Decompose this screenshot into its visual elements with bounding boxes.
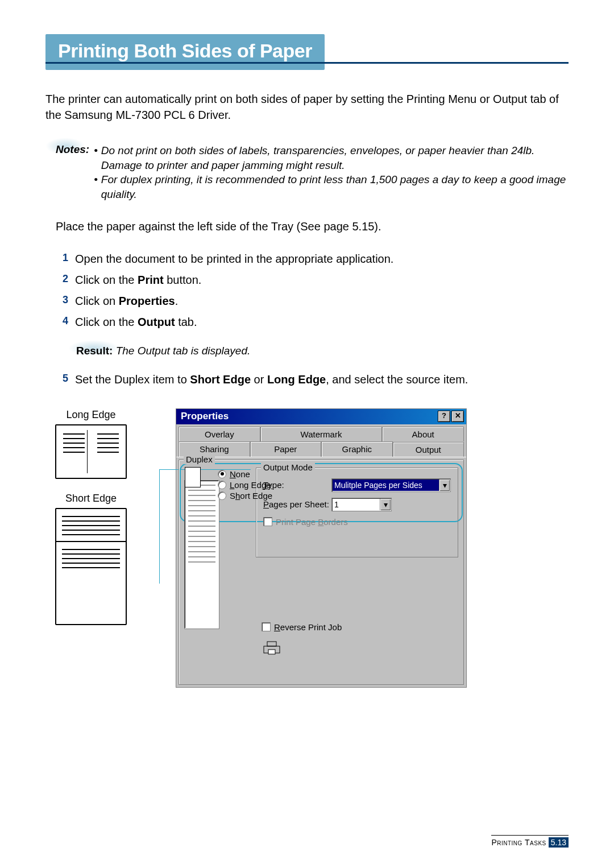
place-paper-text: Place the paper against the left side of… xyxy=(56,220,569,233)
reverse-checkbox[interactable] xyxy=(262,622,271,631)
page-footer: Printing Tasks 5.13 xyxy=(491,835,569,848)
step-num-1: 1 xyxy=(56,250,68,266)
tab-output[interactable]: Output xyxy=(393,442,464,457)
step-num-5: 5 xyxy=(56,371,68,387)
page-icon xyxy=(185,467,201,487)
notes-list: •Do not print on both sides of labels, t… xyxy=(94,143,569,202)
svg-rect-2 xyxy=(268,650,275,654)
step-4: Click on the Output tab. xyxy=(75,313,197,331)
tab-paper[interactable]: Paper xyxy=(250,441,322,457)
svg-rect-1 xyxy=(267,642,276,646)
duplex-long-label: Long Edge xyxy=(230,480,271,490)
step-num-3: 3 xyxy=(56,292,68,308)
duplex-short-label: Short Edge xyxy=(230,491,272,501)
help-button[interactable]: ? xyxy=(438,411,450,422)
result-line: Result: The Output tab is displayed. xyxy=(76,345,569,357)
reverse-label: Reverse Print Job xyxy=(274,622,342,632)
printer-icon xyxy=(262,640,282,655)
note-2: For duplex printing, it is recommended t… xyxy=(101,172,569,201)
tab-graphic[interactable]: Graphic xyxy=(321,441,393,457)
tab-strip: Overlay Watermark About Sharing Paper Gr… xyxy=(176,424,466,457)
notes-label: Notes: xyxy=(56,143,94,202)
step-3: Click on Properties. xyxy=(75,292,178,310)
tab-watermark[interactable]: Watermark xyxy=(260,427,383,441)
long-edge-diagram xyxy=(55,424,127,479)
tab-overlay[interactable]: Overlay xyxy=(179,427,260,441)
duplex-group-highlight: Duplex None Long Edge Short Edge xyxy=(182,465,460,520)
step-5: Set the Duplex item to Short Edge or Lon… xyxy=(75,371,468,388)
step-list: 1Open the document to be printed in the … xyxy=(56,250,569,331)
duplex-none-radio[interactable] xyxy=(218,470,226,478)
dialog-title: Properties xyxy=(181,411,438,422)
note-1: Do not print on both sides of labels, tr… xyxy=(101,143,569,172)
properties-dialog: Properties ? ✕ Overlay Watermark About S… xyxy=(176,409,466,687)
intro-paragraph: The printer can automatically print on b… xyxy=(45,91,569,123)
short-edge-label: Short Edge xyxy=(51,493,131,505)
long-edge-label: Long Edge xyxy=(51,409,131,421)
step-list-2: 5Set the Duplex item to Short Edge or Lo… xyxy=(56,371,569,388)
duplex-legend: Duplex xyxy=(184,454,215,464)
short-edge-diagram xyxy=(55,508,127,625)
duplex-long-radio[interactable] xyxy=(218,481,226,489)
close-button[interactable]: ✕ xyxy=(451,411,464,422)
step-1: Open the document to be printed in the a… xyxy=(75,250,393,268)
step-num-2: 2 xyxy=(56,271,68,287)
duplex-short-radio[interactable] xyxy=(218,491,226,500)
tab-about[interactable]: About xyxy=(382,427,464,441)
step-num-4: 4 xyxy=(56,313,68,329)
page-title: Printing Both Sides of Paper xyxy=(45,34,325,70)
duplex-none-label: None xyxy=(230,469,250,479)
step-2: Click on the Print button. xyxy=(75,271,201,289)
